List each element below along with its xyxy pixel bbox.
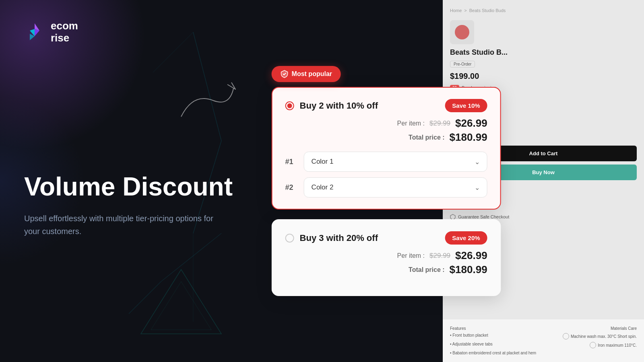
brand-name: ecom rise <box>51 20 78 44</box>
per-item-row: Per item : $29.99 $26.99 <box>397 117 487 130</box>
card-2-pricing: Per item : $29.99 $26.99 Total price : $… <box>285 249 487 276</box>
svg-marker-7 <box>151 282 211 330</box>
breadcrumb: Home > Beats Studio Buds <box>450 8 637 13</box>
product-title: Beats Studio B... <box>450 48 637 57</box>
badge-container: Most popular <box>272 66 501 82</box>
cards-panel: Most popular Buy 2 with 10% off Save 10%… <box>272 66 501 296</box>
chevron-down-icon-2: ⌄ <box>475 184 480 191</box>
discount-card-2[interactable]: Buy 3 with 20% off Save 20% Per item : $… <box>272 219 501 296</box>
original-price-2: $29.99 <box>429 252 450 260</box>
variant-select-2[interactable]: Color 2 ⌄ <box>304 177 487 197</box>
new-price-2: $26.99 <box>455 249 487 262</box>
badge-label: Most popular <box>292 70 332 78</box>
chevron-down-icon: ⌄ <box>475 158 480 166</box>
total-label-2: Total price : <box>409 266 445 274</box>
card-1-title: Buy 2 with 10% off <box>300 101 378 111</box>
radio-inner <box>287 103 292 108</box>
card-title-row-2: Buy 3 with 20% off <box>285 233 378 243</box>
page-description: Upsell effortlessly with multiple tier-p… <box>24 212 217 238</box>
variant-num-2: #2 <box>285 183 297 192</box>
svg-point-12 <box>455 25 469 39</box>
save-badge-1: Save 10% <box>445 99 487 112</box>
page-title: Volume Discount <box>24 173 250 201</box>
variant-2-label: Color 2 <box>312 183 334 191</box>
card-top-1: Buy 2 with 10% off Save 10% <box>285 99 487 112</box>
geo-decoration <box>137 265 225 338</box>
table-row: • Front button placket Machine wash max.… <box>450 332 637 341</box>
card-1-pricing: Per item : $29.99 $26.99 Total price : $… <box>285 117 487 144</box>
table-row: Features Materials Care <box>450 325 637 332</box>
new-price-1: $26.99 <box>455 117 487 130</box>
shield-icon <box>281 70 289 78</box>
total-price-1: $180.99 <box>450 131 487 144</box>
variant-num-1: #1 <box>285 158 297 166</box>
save-badge-2: Save 20% <box>445 231 487 245</box>
svg-marker-6 <box>141 269 221 334</box>
variant-row-1: #1 Color 1 ⌄ <box>285 152 487 172</box>
shop-table: Features Materials Care • Front button p… <box>443 319 644 362</box>
card-top-2: Buy 3 with 20% off Save 20% <box>285 231 487 245</box>
discount-card-1[interactable]: Buy 2 with 10% off Save 10% Per item : $… <box>272 87 501 210</box>
table-row: • Babaton embroidered crest at placket a… <box>450 350 637 356</box>
most-popular-badge: Most popular <box>272 66 341 82</box>
radio-selected[interactable] <box>285 101 294 110</box>
per-item-label: Per item : <box>397 120 425 127</box>
total-row-2: Total price : $180.99 <box>409 263 487 276</box>
variant-row-2: #2 Color 2 ⌄ <box>285 177 487 197</box>
original-price-1: $29.99 <box>429 119 450 128</box>
card-2-title: Buy 3 with 20% off <box>300 233 378 243</box>
card-title-row-1: Buy 2 with 10% off <box>285 101 378 111</box>
per-item-row-2: Per item : $29.99 $26.99 <box>397 249 487 262</box>
total-price-2: $180.99 <box>450 263 487 276</box>
total-row-1: Total price : $180.99 <box>409 131 487 144</box>
product-image <box>450 20 474 44</box>
arrow-decoration <box>169 68 250 125</box>
brand-icon <box>24 22 45 43</box>
per-item-label-2: Per item : <box>397 252 425 259</box>
logo: ecom rise <box>24 20 250 44</box>
variant-select-1[interactable]: Color 1 ⌄ <box>304 152 487 172</box>
radio-unselected[interactable] <box>285 234 294 243</box>
total-label: Total price : <box>409 134 445 141</box>
variant-1-label: Color 1 <box>312 158 334 166</box>
table-row: • Adjustable sleeve tabs Iron maximum 11… <box>450 341 637 350</box>
